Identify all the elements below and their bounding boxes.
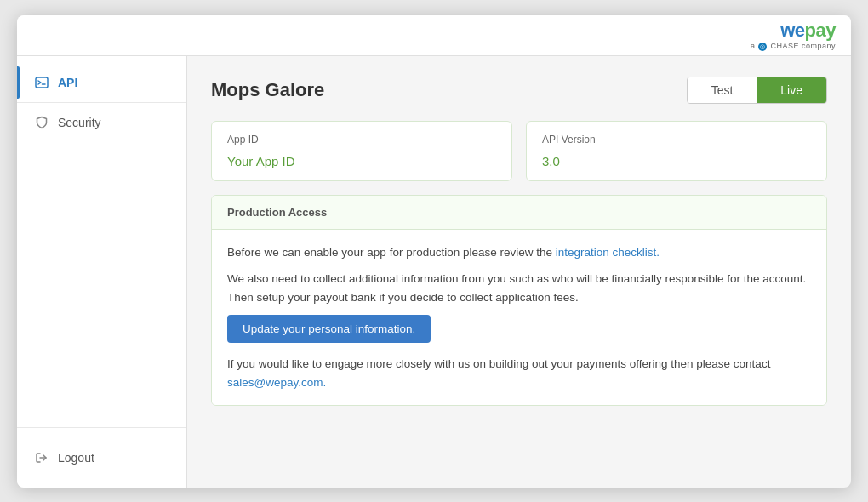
cards-row: App ID Your App ID API Version 3.0 [211,121,827,181]
main-layout: API Security [17,56,851,488]
production-access-body: Before we can enable your app for produc… [212,230,826,406]
production-line1: Before we can enable your app for produc… [227,243,811,262]
api-version-card: API Version 3.0 [526,121,827,181]
content-header: Mops Galore Test Live [211,77,827,104]
production-access-header: Production Access [212,196,826,230]
integration-checklist-link[interactable]: integration checklist. [556,246,660,259]
production-access-section: Production Access Before we can enable y… [211,195,827,407]
sidebar-nav: API Security [17,56,186,427]
production-line2: We also need to collect additional infor… [227,270,811,306]
sidebar-item-security-label: Security [58,116,101,129]
sidebar-bottom: Logout [17,427,186,488]
sidebar-item-api[interactable]: API [17,66,186,99]
app-id-card: App ID Your App ID [211,121,512,181]
contact-before: If you would like to engage more closely… [227,357,770,370]
logo-area: wepay a ◎ CHASE company [751,20,836,51]
api-version-label: API Version [542,134,811,145]
sidebar-item-api-label: API [58,76,77,89]
top-bar: wepay a ◎ CHASE company [17,15,851,56]
terminal-icon [34,75,49,90]
sidebar-item-security[interactable]: Security [17,106,186,139]
api-version-value: 3.0 [542,154,811,168]
sidebar: API Security [17,56,187,488]
environment-toggle: Test Live [687,77,827,104]
app-id-label: App ID [227,134,496,145]
app-id-value: Your App ID [227,154,496,168]
chase-tagline: a ◎ CHASE company [751,42,836,51]
sidebar-item-logout[interactable]: Logout [17,442,186,474]
shield-icon [34,115,49,130]
app-window: wepay a ◎ CHASE company [17,15,851,488]
live-toggle-button[interactable]: Live [757,77,826,103]
logout-icon [34,450,49,465]
update-personal-info-button[interactable]: Update your personal information. [227,315,431,343]
contact-text: If you would like to engage more closely… [227,355,811,391]
content-area: Mops Galore Test Live App ID Your App ID… [187,56,851,488]
page-title: Mops Galore [211,79,324,101]
sidebar-divider [17,102,186,103]
wepay-logo: wepay [780,20,836,42]
svg-rect-0 [36,77,48,88]
sales-email-link[interactable]: sales@wepay.com. [227,376,326,389]
production-line1-before: Before we can enable your app for produc… [227,246,556,259]
test-toggle-button[interactable]: Test [688,77,757,103]
logout-label: Logout [58,451,94,465]
